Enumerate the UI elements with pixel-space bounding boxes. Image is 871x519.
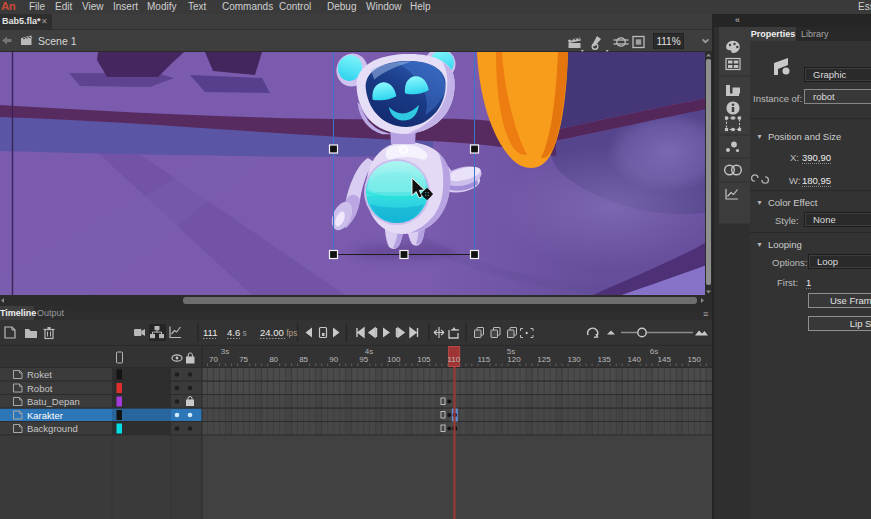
svg-text:3s: 3s	[221, 347, 229, 356]
svg-text:70: 70	[209, 355, 218, 364]
svg-text:24.00 fps: 24.00 fps	[260, 327, 297, 338]
svg-text:111: 111	[203, 327, 217, 338]
svg-text:130: 130	[567, 355, 581, 364]
svg-text:Roket: Roket	[27, 369, 52, 380]
svg-text:140: 140	[628, 355, 642, 364]
svg-text:100: 100	[387, 355, 401, 364]
svg-text:Scene 1: Scene 1	[38, 35, 77, 47]
svg-text:145: 145	[658, 355, 672, 364]
svg-text:90: 90	[329, 355, 338, 364]
svg-text:135: 135	[597, 355, 611, 364]
svg-text:125: 125	[537, 355, 551, 364]
svg-text:Robot: Robot	[27, 383, 53, 394]
svg-text:80: 80	[269, 355, 278, 364]
svg-text:85: 85	[299, 355, 308, 364]
svg-text:110: 110	[448, 355, 461, 364]
svg-text:115: 115	[478, 355, 491, 364]
svg-text:75: 75	[239, 355, 248, 364]
svg-text:150: 150	[688, 355, 702, 364]
svg-text:4.6 s: 4.6 s	[227, 327, 247, 338]
svg-text:95: 95	[359, 355, 368, 364]
svg-text:Background: Background	[27, 423, 78, 434]
svg-text:Batu_Depan: Batu_Depan	[27, 396, 80, 407]
svg-text:120: 120	[507, 355, 521, 364]
svg-text:105: 105	[417, 355, 431, 364]
svg-text:Karakter: Karakter	[27, 410, 63, 421]
